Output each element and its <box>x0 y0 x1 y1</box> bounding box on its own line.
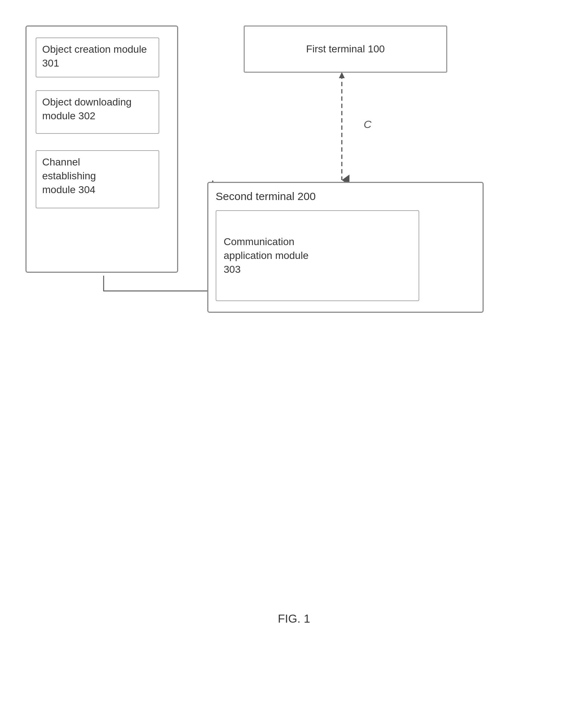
first-terminal-box: First terminal 100 <box>244 25 447 73</box>
first-terminal-label: First terminal 100 <box>306 42 385 56</box>
fig-label: FIG. 1 <box>278 612 310 626</box>
left-outer-box: Object creation module 301 Object downlo… <box>25 25 178 273</box>
second-terminal-box: Second terminal 200 Communicationapplica… <box>207 182 484 313</box>
comm-app-box: Communicationapplication module303 <box>216 210 419 301</box>
diagram-container: Object creation module 301 Object downlo… <box>15 15 573 669</box>
module-302-label: Object downloadingmodule 302 <box>42 95 153 123</box>
arrow-up-head <box>339 72 345 78</box>
module-302-box: Object downloadingmodule 302 <box>36 90 159 134</box>
module-304-label: Channelestablishingmodule 304 <box>42 155 153 196</box>
module-304-box: Channelestablishingmodule 304 <box>36 150 159 208</box>
module-301-box: Object creation module 301 <box>36 37 159 77</box>
comm-app-label: Communicationapplication module303 <box>224 235 309 276</box>
module-301-label: Object creation module 301 <box>42 43 153 70</box>
second-terminal-label: Second terminal 200 <box>216 190 316 203</box>
arrow-c-label: C <box>364 118 372 131</box>
